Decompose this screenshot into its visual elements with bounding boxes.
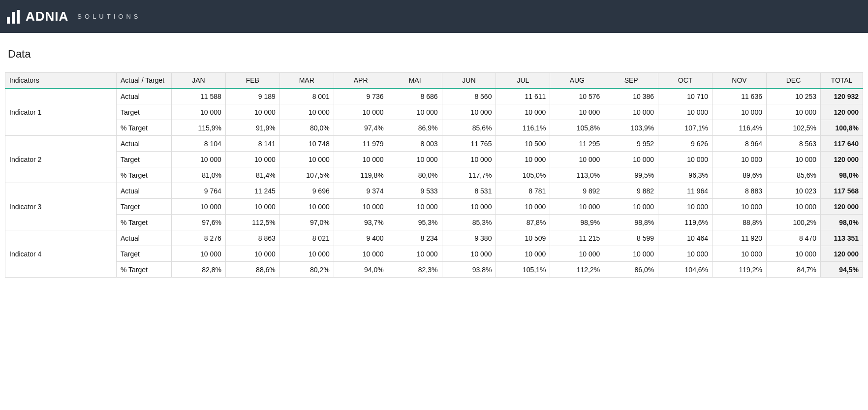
cell-total: 100,8% [821,120,863,136]
col-month: SEP [604,73,658,89]
cell-value: 117,7% [442,167,496,183]
cell-value: 10 000 [604,199,658,215]
cell-value: 10 000 [279,152,334,167]
cell-value: 10 000 [279,246,334,262]
cell-value: 9 189 [225,89,279,104]
col-month: NOV [713,73,767,89]
cell-value: 8 563 [766,136,820,152]
cell-value: 9 952 [604,136,658,152]
cell-value: 8 470 [766,230,820,246]
cell-value: 10 000 [442,246,496,262]
col-month: OCT [658,73,713,89]
table-row: Indicator 3Actual9 76411 2459 6969 3749 … [5,183,863,199]
cell-value: 8 104 [172,136,226,152]
cell-value: 11 964 [658,183,713,199]
cell-value: 93,8% [442,262,496,278]
cell-value: 10 000 [225,104,279,120]
col-month: JUL [496,73,550,89]
cell-value: 10 000 [334,104,388,120]
cell-value: 82,8% [172,262,226,278]
cell-value: 10 000 [172,246,226,262]
cell-total: 120 000 [821,152,863,167]
cell-value: 10 000 [766,104,820,120]
cell-value: 10 000 [172,199,226,215]
cell-value: 95,3% [388,215,442,230]
cell-value: 10 253 [766,89,820,104]
cell-value: 11 765 [442,136,496,152]
cell-value: 98,8% [604,215,658,230]
cell-value: 10 000 [658,199,713,215]
cell-value: 10 000 [658,152,713,167]
cell-value: 10 023 [766,183,820,199]
cell-value: 100,2% [766,215,820,230]
brand-name: ADNIA [26,9,68,24]
data-table: Indicators Actual / Target JAN FEB MAR A… [5,72,863,278]
brand-subtitle: SOLUTIONS [77,13,141,20]
cell-value: 102,5% [766,120,820,136]
cell-value: 10 000 [766,246,820,262]
cell-total: 117 640 [821,136,863,152]
row-type: Actual [117,183,172,199]
cell-value: 112,2% [550,262,604,278]
cell-value: 9 380 [442,230,496,246]
cell-value: 10 000 [334,199,388,215]
cell-value: 10 000 [496,152,550,167]
cell-total: 98,0% [821,215,863,230]
row-type: % Target [117,120,172,136]
cell-value: 10 000 [550,246,604,262]
table-row: Target10 00010 00010 00010 00010 00010 0… [5,104,863,120]
cell-value: 9 736 [334,89,388,104]
cell-value: 9 892 [550,183,604,199]
table-row: Target10 00010 00010 00010 00010 00010 0… [5,152,863,167]
cell-value: 10 000 [442,104,496,120]
cell-value: 10 000 [550,104,604,120]
cell-value: 91,9% [225,120,279,136]
cell-value: 11 920 [713,230,767,246]
cell-value: 80,0% [388,167,442,183]
row-type: % Target [117,215,172,230]
app-header: ADNIA SOLUTIONS [0,0,868,33]
cell-value: 94,0% [334,262,388,278]
cell-value: 8 276 [172,230,226,246]
cell-value: 8 560 [442,89,496,104]
row-type: % Target [117,262,172,278]
cell-value: 10 000 [496,104,550,120]
cell-value: 116,1% [496,120,550,136]
cell-value: 10 000 [550,199,604,215]
table-row: Target10 00010 00010 00010 00010 00010 0… [5,246,863,262]
cell-value: 105,1% [496,262,550,278]
cell-value: 10 000 [334,246,388,262]
cell-value: 85,3% [442,215,496,230]
cell-value: 10 000 [713,246,767,262]
cell-value: 89,6% [713,167,767,183]
cell-value: 10 000 [388,104,442,120]
cell-value: 8 686 [388,89,442,104]
cell-total: 98,0% [821,167,863,183]
cell-value: 82,3% [388,262,442,278]
cell-value: 10 000 [225,152,279,167]
cell-total: 120 000 [821,199,863,215]
cell-value: 86,9% [388,120,442,136]
cell-value: 86,0% [604,262,658,278]
cell-value: 8 781 [496,183,550,199]
cell-value: 10 000 [442,152,496,167]
cell-value: 8 234 [388,230,442,246]
cell-value: 10 000 [496,199,550,215]
cell-value: 10 000 [279,199,334,215]
cell-value: 98,9% [550,215,604,230]
cell-value: 97,0% [279,215,334,230]
cell-value: 112,5% [225,215,279,230]
cell-value: 8 883 [713,183,767,199]
cell-value: 10 000 [604,104,658,120]
col-total: TOTAL [821,73,863,89]
cell-value: 8 863 [225,230,279,246]
row-type: Target [117,152,172,167]
data-table-container: Indicators Actual / Target JAN FEB MAR A… [0,72,868,278]
cell-value: 11 245 [225,183,279,199]
cell-value: 81,4% [225,167,279,183]
table-row: % Target81,0%81,4%107,5%119,8%80,0%117,7… [5,167,863,183]
indicator-name: Indicator 1 [5,89,117,136]
cell-value: 10 000 [713,152,767,167]
cell-value: 10 000 [713,199,767,215]
cell-value: 10 748 [279,136,334,152]
